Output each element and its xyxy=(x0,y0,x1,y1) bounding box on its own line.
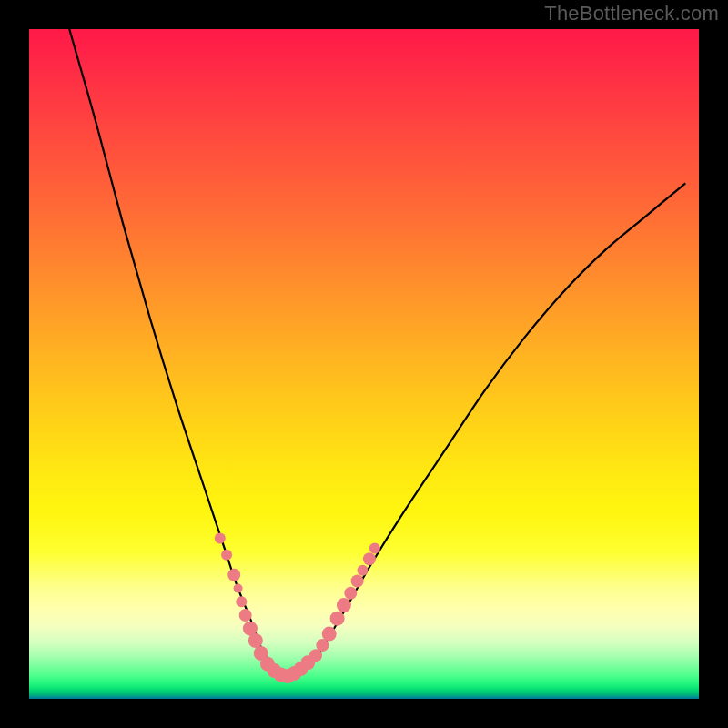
bead-dots xyxy=(215,532,380,683)
bead-dot xyxy=(337,598,351,612)
bead-dot xyxy=(215,532,226,543)
bead-dot xyxy=(363,552,376,565)
chart-frame: TheBottleneck.com xyxy=(0,0,728,728)
bead-dot xyxy=(239,609,252,622)
bead-dot xyxy=(351,575,364,588)
bottleneck-curve xyxy=(69,29,685,677)
watermark-text: TheBottleneck.com xyxy=(544,2,719,25)
bead-dot xyxy=(322,627,337,642)
bead-dot xyxy=(248,633,263,648)
bead-dot xyxy=(234,584,243,593)
bead-dot xyxy=(369,542,380,553)
curve-layer xyxy=(29,29,699,699)
plot-area xyxy=(29,29,699,699)
bead-dot xyxy=(358,565,369,576)
bead-dot xyxy=(228,569,240,581)
bead-dot xyxy=(344,587,357,600)
bead-dot xyxy=(330,612,345,626)
bead-dot xyxy=(221,550,232,561)
bead-dot xyxy=(236,596,247,607)
